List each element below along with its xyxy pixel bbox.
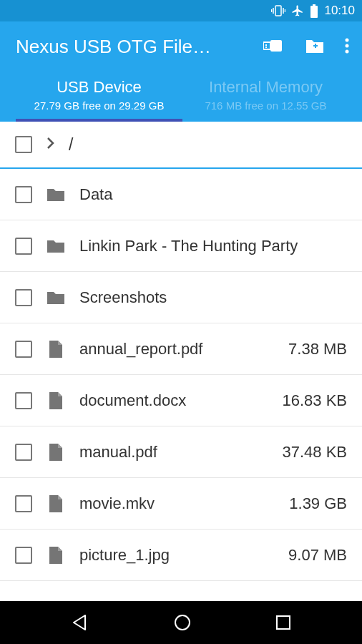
file-icon — [47, 340, 65, 358]
file-row[interactable]: Screenshots — [0, 272, 362, 323]
file-name: manual.pdf — [79, 443, 268, 462]
svg-rect-10 — [265, 44, 267, 46]
file-checkbox[interactable] — [15, 238, 32, 255]
svg-point-17 — [175, 615, 190, 630]
file-name: movie.mkv — [79, 494, 275, 513]
airplane-icon — [291, 4, 304, 17]
svg-rect-18 — [277, 616, 290, 629]
tab-internal-memory[interactable]: Internal Memory 716 MB free on 12.55 GB — [182, 77, 349, 122]
tab-title: USB Device — [16, 78, 182, 97]
file-checkbox[interactable] — [15, 289, 32, 306]
file-row[interactable]: document.docx 16.83 KB — [0, 375, 362, 426]
svg-rect-0 — [275, 6, 281, 16]
file-name: Data — [79, 185, 333, 204]
file-checkbox[interactable] — [15, 495, 32, 512]
file-checkbox[interactable] — [15, 547, 32, 564]
file-row[interactable]: manual.pdf 37.48 KB — [0, 426, 362, 478]
file-row[interactable]: Linkin Park - The Hunting Party — [0, 220, 362, 272]
file-row[interactable]: Data — [0, 169, 362, 220]
svg-rect-5 — [313, 4, 315, 6]
folder-icon — [47, 290, 65, 306]
file-checkbox[interactable] — [15, 341, 32, 358]
file-icon — [47, 391, 65, 410]
status-bar: 10:10 — [0, 0, 362, 21]
svg-point-14 — [346, 38, 349, 42]
tab-usb-device[interactable]: USB Device 27.79 GB free on 29.29 GB — [16, 77, 182, 122]
file-icon — [47, 494, 65, 513]
vibrate-icon — [271, 4, 285, 17]
tab-bar: USB Device 27.79 GB free on 29.29 GB Int… — [16, 77, 349, 122]
file-icon — [47, 443, 65, 462]
file-name: Linkin Park - The Hunting Party — [79, 237, 333, 255]
current-path[interactable]: / — [69, 135, 73, 155]
file-checkbox[interactable] — [15, 444, 32, 461]
svg-point-16 — [346, 49, 349, 53]
tab-subtitle: 27.79 GB free on 29.29 GB — [16, 99, 182, 112]
battery-icon — [310, 4, 318, 18]
folder-icon — [47, 187, 65, 203]
usb-action-icon[interactable] — [263, 37, 285, 57]
new-folder-icon[interactable] — [305, 37, 325, 57]
file-size: 1.39 GB — [289, 494, 347, 513]
file-row[interactable]: picture_1.jpg 9.07 MB — [0, 530, 362, 581]
file-row[interactable]: movie.mkv 1.39 GB — [0, 478, 362, 530]
file-size: 37.48 KB — [282, 443, 347, 462]
file-size: 7.38 MB — [288, 340, 347, 358]
select-all-checkbox[interactable] — [15, 136, 32, 153]
svg-rect-6 — [310, 6, 318, 18]
file-icon — [47, 546, 65, 565]
system-nav-bar — [0, 601, 362, 644]
file-name: annual_report.pdf — [79, 340, 274, 358]
file-name: Screenshots — [79, 288, 333, 307]
app-bar: Nexus USB OTG File… USB Device 27.79 GB … — [0, 21, 362, 122]
overflow-menu-icon[interactable] — [345, 38, 349, 57]
app-title: Nexus USB OTG File… — [16, 36, 253, 58]
file-size: 16.83 KB — [282, 391, 347, 410]
svg-rect-11 — [265, 47, 267, 48]
home-button[interactable] — [173, 613, 192, 632]
file-size: 9.07 MB — [288, 546, 347, 565]
file-name: document.docx — [79, 391, 268, 410]
svg-rect-13 — [315, 44, 316, 48]
file-row[interactable]: annual_report.pdf 7.38 MB — [0, 323, 362, 375]
file-checkbox[interactable] — [15, 186, 32, 203]
svg-rect-7 — [270, 40, 282, 52]
recents-button[interactable] — [275, 615, 291, 630]
tab-title: Internal Memory — [182, 78, 349, 97]
file-list[interactable]: Data Linkin Park - The Hunting Party Scr… — [0, 169, 362, 601]
back-button[interactable] — [71, 613, 89, 632]
file-name: picture_1.jpg — [79, 546, 274, 565]
svg-point-15 — [346, 44, 349, 47]
chevron-right-icon — [47, 137, 54, 153]
clock-time: 10:10 — [324, 4, 355, 18]
folder-icon — [47, 238, 65, 254]
tab-subtitle: 716 MB free on 12.55 GB — [182, 99, 349, 112]
file-checkbox[interactable] — [15, 392, 32, 409]
path-bar: / — [0, 122, 362, 169]
